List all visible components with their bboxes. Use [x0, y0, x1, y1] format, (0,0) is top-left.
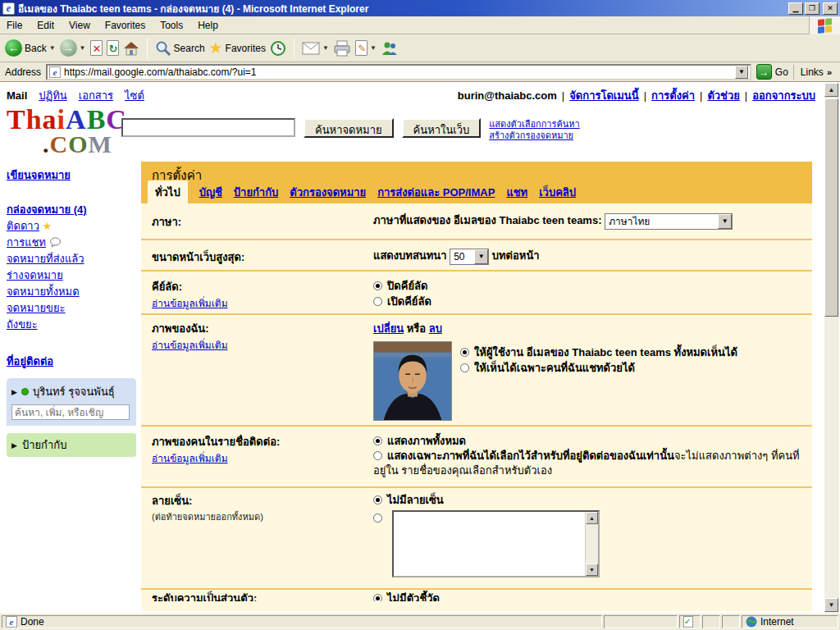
- scrollbar-thumb[interactable]: [824, 98, 838, 317]
- picture-change-link[interactable]: เปลี่ยน: [373, 322, 404, 335]
- tab-accounts[interactable]: บัญชี: [199, 184, 222, 203]
- minimize-button[interactable]: ▁: [788, 2, 803, 15]
- manage-domain-link[interactable]: จัดการโดเมนนี้: [569, 87, 638, 104]
- scrollbar-up-icon[interactable]: ▲: [824, 83, 838, 97]
- personal-level-row: ระดับความเป็นส่วนตัว: ไม่มีตัวชี้วัด: [141, 590, 812, 601]
- address-field[interactable]: e https://mail.google.com/a/thaiabc.com/…: [46, 64, 751, 80]
- edit-dropdown-icon[interactable]: ▼: [370, 44, 377, 52]
- menu-file[interactable]: File: [7, 20, 22, 31]
- shortcuts-on-radio[interactable]: [373, 297, 382, 306]
- home-button[interactable]: [123, 40, 139, 57]
- close-button[interactable]: ✕: [823, 2, 838, 15]
- sidebar-drafts-link[interactable]: ร่างจดหมาย: [7, 269, 63, 281]
- restore-button[interactable]: ❐: [805, 2, 819, 15]
- back-dropdown-icon[interactable]: ▼: [49, 44, 56, 52]
- menu-view[interactable]: View: [69, 20, 90, 31]
- forward-button[interactable]: → ▼: [60, 39, 86, 57]
- expander-icon[interactable]: ▶: [11, 441, 17, 450]
- address-url[interactable]: https://mail.google.com/a/thaiabc.com/?u…: [64, 66, 735, 78]
- tab-forwarding-pop-imap[interactable]: การส่งต่อและ POP/IMAP: [377, 184, 495, 203]
- sidebar-spam-link[interactable]: จดหมายขยะ: [7, 302, 66, 314]
- menu-tools[interactable]: Tools: [160, 20, 183, 31]
- picture-learn-more-link[interactable]: อ่านข้อมูลเพิ่มเติม: [152, 340, 228, 351]
- sidebar-allmail-link[interactable]: จดหมายทั้งหมด: [7, 285, 80, 298]
- nav-sites-link[interactable]: ไซต์: [125, 87, 144, 104]
- sidebar-sent-link[interactable]: จดหมายที่ส่งแล้ว: [7, 253, 84, 265]
- language-select[interactable]: ภาษาไทย ▼: [605, 213, 733, 230]
- page-scrollbar[interactable]: ▲ ▼: [824, 83, 839, 613]
- contacts-link[interactable]: ที่อยู่ติดต่อ: [7, 355, 53, 368]
- picture-visible-all-radio[interactable]: [460, 348, 469, 357]
- links-bar[interactable]: Links »: [793, 65, 837, 80]
- sidebar-compose-link[interactable]: เขียนจดหมาย: [7, 169, 71, 181]
- mail-button[interactable]: ▼: [302, 42, 329, 55]
- expander-icon[interactable]: ▶: [11, 388, 17, 396]
- labels-box[interactable]: ▶ ป้ายกำกับ: [7, 433, 136, 457]
- sidebar-inbox-link[interactable]: กล่องจดหมาย (4): [7, 203, 87, 216]
- signature-sublabel: (ต่อท้ายจดหมายออกทั้งหมด): [152, 509, 373, 524]
- help-link[interactable]: ตัวช่วย: [707, 87, 739, 104]
- select-arrow-icon[interactable]: ▼: [474, 249, 488, 264]
- address-bar: Address e https://mail.google.com/a/thai…: [0, 62, 840, 82]
- search-options-link[interactable]: แสดงตัวเลือกการค้นหา: [489, 118, 579, 130]
- stop-button[interactable]: ✕: [90, 40, 103, 56]
- create-filter-link[interactable]: สร้างตัวกรองจดหมาย: [489, 130, 579, 141]
- favorites-button[interactable]: ★ Favorites: [209, 40, 266, 56]
- shortcuts-learn-more-link[interactable]: อ่านข้อมูลเพิ่มเติม: [152, 298, 228, 309]
- nav-docs-link[interactable]: เอกสาร: [79, 87, 113, 104]
- signature-textarea[interactable]: ▲ ▼: [392, 510, 600, 578]
- picture-delete-link[interactable]: ลบ: [429, 322, 442, 335]
- tab-webclips[interactable]: เว็บคลิป: [539, 184, 576, 203]
- textarea-scrollbar[interactable]: ▲ ▼: [585, 512, 598, 576]
- forward-dropdown-icon[interactable]: ▼: [80, 44, 86, 52]
- tab-filters[interactable]: ตัวกรองจดหมาย: [290, 184, 366, 203]
- history-icon: [270, 40, 286, 57]
- pagesize-select[interactable]: 50 ▼: [450, 249, 489, 265]
- sidebar-chats-link[interactable]: การแชท: [7, 236, 46, 249]
- refresh-button[interactable]: ↻: [107, 40, 119, 56]
- menu-help[interactable]: Help: [198, 20, 218, 31]
- page-check-icon: [683, 616, 693, 628]
- pagesize-label: ขนาดหน้าเว็บสูงสุด:: [141, 240, 373, 270]
- messenger-button[interactable]: [381, 40, 399, 57]
- show-chosen-pictures-radio[interactable]: [373, 451, 382, 460]
- scroll-down-icon[interactable]: ▼: [586, 564, 598, 576]
- show-all-pictures-radio[interactable]: [373, 436, 382, 445]
- tab-chat[interactable]: แชท: [506, 184, 527, 203]
- history-button[interactable]: [270, 40, 286, 57]
- settings-link[interactable]: การตั้งค่า: [651, 87, 695, 104]
- picture-visible-chat-radio[interactable]: [460, 363, 469, 372]
- tab-labels[interactable]: ป้ายกำกับ: [234, 184, 278, 203]
- personal-level-radio[interactable]: [373, 594, 382, 601]
- contact-pictures-learn-more-link[interactable]: อ่านข้อมูลเพิ่มเติม: [152, 453, 228, 464]
- custom-signature-radio[interactable]: [373, 514, 382, 523]
- address-dropdown-icon[interactable]: ▼: [735, 66, 748, 79]
- mail-dropdown-icon[interactable]: ▼: [322, 44, 329, 52]
- contact-search-input[interactable]: [11, 404, 130, 420]
- sidebar-starred-link[interactable]: ติดดาว: [7, 220, 39, 232]
- search-input[interactable]: [121, 118, 295, 137]
- shortcuts-off-radio[interactable]: [373, 281, 382, 290]
- thaiabc-logo: ThaiABC .COM: [7, 107, 127, 156]
- edit-button[interactable]: ✎ ▼: [355, 40, 377, 56]
- quick-contact-name[interactable]: บุรินทร์ รุจจนพันธุ์: [33, 383, 115, 400]
- sidebar-trash-link[interactable]: ถังขยะ: [7, 318, 38, 331]
- no-signature-radio[interactable]: [373, 495, 382, 504]
- select-arrow-icon[interactable]: ▼: [718, 214, 732, 229]
- go-button[interactable]: → Go: [756, 64, 788, 80]
- tab-general[interactable]: ทั่วไป: [148, 180, 188, 203]
- back-button[interactable]: ← Back ▼: [5, 39, 56, 57]
- search-mail-button[interactable]: ค้นหาจดหมาย: [304, 118, 394, 138]
- scroll-up-icon[interactable]: ▲: [586, 512, 598, 524]
- signature-row: ลายเซ็น: (ต่อท้ายจดหมายออกทั้งหมด) ไม่มี…: [141, 488, 812, 590]
- search-button[interactable]: Search: [155, 40, 205, 57]
- search-web-button[interactable]: ค้นหาในเว็บ: [402, 118, 482, 138]
- signout-link[interactable]: ออกจากระบบ: [752, 87, 815, 104]
- my-picture-label: ภาพของฉัน: อ่านข้อมูลเพิ่มเติม: [141, 315, 373, 425]
- nav-calendar-link[interactable]: ปฏิทิน: [39, 87, 66, 104]
- print-button[interactable]: [333, 40, 351, 57]
- menu-favorites[interactable]: Favorites: [105, 20, 145, 31]
- menu-edit[interactable]: Edit: [37, 20, 54, 31]
- shortcuts-row: คีย์ลัด: อ่านข้อมูลเพิ่มเติม ปิดคีย์ลัด …: [141, 272, 812, 315]
- scrollbar-down-icon[interactable]: ▼: [824, 598, 838, 612]
